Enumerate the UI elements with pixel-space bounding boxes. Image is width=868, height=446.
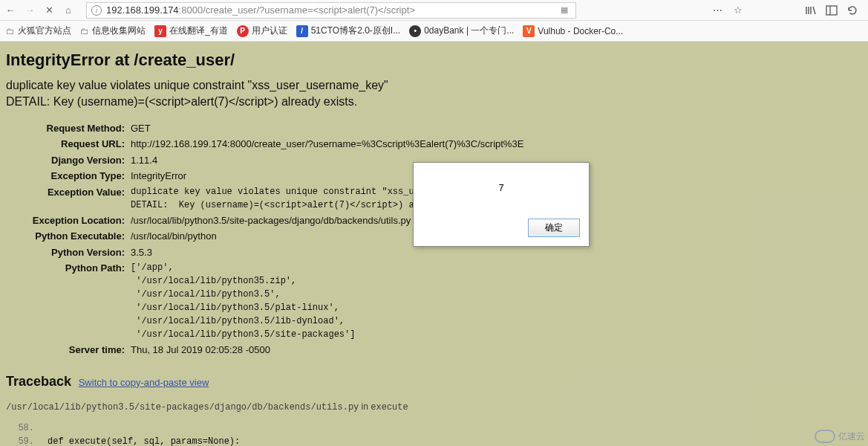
site-icon: P	[237, 25, 249, 37]
bookmarks-bar: 🗀火狐官方站点 🗀信息收集网站 y在线翻译_有道 P用户认证 /51CTO博客2…	[0, 21, 868, 42]
home-button[interactable]: ⌂	[61, 3, 76, 18]
url-text: 192.168.199.174:8000/create_user/?userna…	[106, 4, 558, 16]
cloud-icon	[815, 430, 835, 443]
library-icon[interactable]	[804, 4, 818, 17]
refresh-icon[interactable]	[846, 4, 859, 17]
stop-button[interactable]: ✕	[42, 3, 56, 18]
back-button[interactable]: ←	[3, 3, 18, 18]
alert-message: 7	[414, 163, 589, 213]
bookmark-star-icon[interactable]: ☆	[731, 4, 745, 17]
folder-icon: 🗀	[80, 26, 89, 36]
site-icon: y	[154, 25, 166, 37]
bookmark-item[interactable]: P用户认证	[237, 25, 287, 37]
alert-ok-button[interactable]: 确定	[528, 219, 580, 237]
sidebar-icon[interactable]	[825, 4, 838, 17]
site-icon: /	[296, 25, 308, 37]
forward-button[interactable]: →	[22, 3, 37, 18]
bookmark-item[interactable]: y在线翻译_有道	[154, 25, 228, 37]
bookmark-item[interactable]: 🗀信息收集网站	[80, 25, 146, 37]
info-icon[interactable]: i	[91, 5, 102, 16]
alert-dialog: 7 确定	[413, 162, 590, 247]
bookmark-item[interactable]: 🗀火狐官方站点	[6, 25, 71, 37]
bookmark-item[interactable]: /51CTO博客2.0-原创I...	[296, 25, 400, 37]
watermark: 亿速云	[815, 430, 865, 443]
bookmark-item[interactable]: •0dayBank | 一个专门...	[409, 25, 514, 37]
site-icon: •	[409, 25, 421, 37]
browser-toolbar: ← → ✕ ⌂ i 192.168.199.174:8000/create_us…	[0, 0, 868, 21]
more-icon[interactable]: ⋯	[711, 4, 724, 17]
folder-icon: 🗀	[6, 26, 15, 36]
site-icon: V	[523, 25, 535, 37]
svg-rect-0	[826, 6, 837, 15]
url-bar[interactable]: i 192.168.199.174:8000/create_user/?user…	[86, 2, 576, 19]
reader-icon[interactable]: ▦	[558, 4, 571, 17]
bookmark-item[interactable]: VVulhub - Docker-Co...	[523, 25, 623, 37]
